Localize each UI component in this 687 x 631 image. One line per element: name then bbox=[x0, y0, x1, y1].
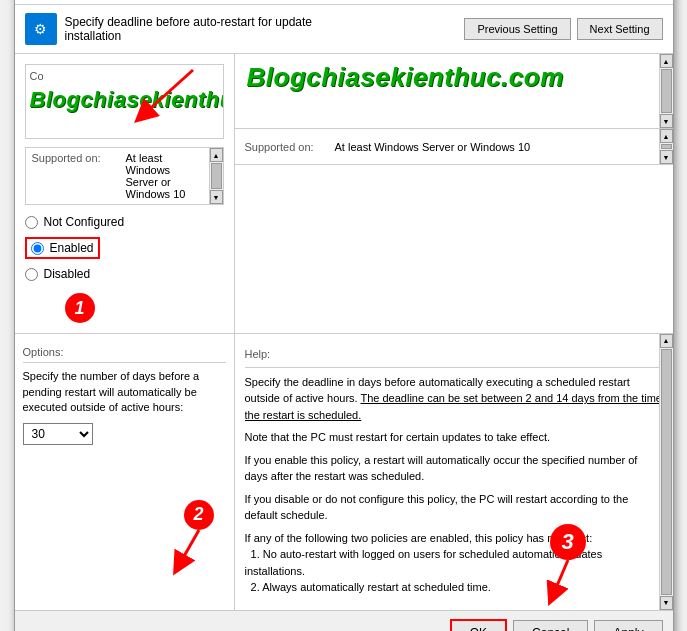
disabled-radio-item[interactable]: Disabled bbox=[25, 267, 224, 281]
help-text: Specify the deadline in days before auto… bbox=[245, 374, 663, 602]
enabled-label: Enabled bbox=[50, 241, 94, 255]
scroll-down-help[interactable]: ▼ bbox=[660, 596, 673, 610]
help-p2: Note that the PC must restart for certai… bbox=[245, 429, 663, 446]
not-configured-radio-item[interactable]: Not Configured bbox=[25, 215, 224, 229]
apply-button[interactable]: Apply bbox=[594, 620, 662, 631]
cancel-button[interactable]: Cancel bbox=[513, 620, 588, 631]
options-help-area: Options: Specify the number of days befo… bbox=[15, 333, 673, 610]
svg-line-1 bbox=[179, 530, 199, 565]
scroll-up3-btn[interactable]: ▲ bbox=[660, 129, 673, 143]
help-header: Help: bbox=[245, 342, 663, 368]
days-dropdown[interactable]: 2 3 5 7 10 14 30 bbox=[23, 423, 93, 445]
right-supported-row: Supported on: At least Windows Server or… bbox=[235, 129, 673, 165]
not-configured-label: Not Configured bbox=[44, 215, 125, 229]
help-column: Help: Specify the deadline in days befor… bbox=[235, 334, 673, 610]
scroll-up-help[interactable]: ▲ bbox=[660, 334, 673, 348]
scroll-down2-btn[interactable]: ▼ bbox=[660, 114, 673, 128]
scroll-thumb2 bbox=[661, 69, 672, 113]
disabled-radio[interactable] bbox=[25, 268, 38, 281]
help-p5: If any of the following two policies are… bbox=[245, 530, 663, 596]
footer: OK Cancel Apply bbox=[15, 610, 673, 631]
scrollbar-help: ▲ ▼ bbox=[659, 334, 673, 610]
annotation1-container: 1 bbox=[65, 293, 224, 323]
scroll-thumb bbox=[211, 163, 222, 189]
right-comment-area: Blogchiasekienthuc.com ▲ ▼ bbox=[235, 54, 673, 129]
scroll-up2-btn[interactable]: ▲ bbox=[660, 54, 673, 68]
right-panel: Blogchiasekienthuc.com ▲ ▼ Supported on:… bbox=[235, 54, 673, 333]
supported-row: Supported on: At least Windows Server or… bbox=[32, 152, 205, 200]
help-p3: If you enable this policy, a restart wil… bbox=[245, 452, 663, 485]
scrollbar-supported: ▲ ▼ bbox=[209, 148, 223, 204]
dropdown-row: 2 3 5 7 10 14 30 bbox=[23, 423, 226, 445]
not-configured-radio[interactable] bbox=[25, 216, 38, 229]
scroll-up-btn[interactable]: ▲ bbox=[210, 148, 223, 162]
scroll-down-btn[interactable]: ▼ bbox=[210, 190, 223, 204]
arrow2-svg bbox=[174, 530, 224, 570]
supported-section: Supported on: At least Windows Server or… bbox=[25, 147, 224, 205]
scrollbar-right-comment: ▲ ▼ bbox=[659, 54, 673, 128]
header-title: Specify deadline before auto-restart for… bbox=[65, 15, 365, 43]
radio-group: Not Configured Enabled Disabled bbox=[25, 215, 224, 281]
main-content: Co Blogchiasekienthuc.com bbox=[15, 54, 673, 333]
supported-label: Supported on: bbox=[32, 152, 122, 164]
enabled-radio-item[interactable]: Enabled bbox=[25, 237, 224, 259]
right-supported-value: At least Windows Server or Windows 10 bbox=[335, 141, 531, 153]
options-column: Options: Specify the number of days befo… bbox=[15, 334, 235, 610]
scroll-thumb-help bbox=[661, 349, 672, 595]
comment-label: Co bbox=[30, 70, 44, 82]
help-p1: Specify the deadline in days before auto… bbox=[245, 374, 663, 424]
right-supported-label: Supported on: bbox=[245, 141, 335, 153]
previous-setting-button[interactable]: Previous Setting bbox=[464, 18, 570, 40]
blog-name: Blogchiasekienthuc.com bbox=[30, 87, 224, 112]
options-header: Options: bbox=[23, 342, 226, 363]
help-p4: If you disable or do not configure this … bbox=[245, 491, 663, 524]
blog-name-right: Blogchiasekienthuc.com bbox=[235, 54, 673, 101]
annotation-1-badge: 1 bbox=[65, 293, 95, 323]
header-bar: ⚙ Specify deadline before auto-restart f… bbox=[15, 5, 673, 54]
header-left: ⚙ Specify deadline before auto-restart f… bbox=[25, 13, 465, 45]
blog-name-large: Blogchiasekienthuc.com bbox=[247, 62, 564, 92]
enabled-box: Enabled bbox=[25, 237, 100, 259]
supported-value: At least Windows Server or Windows 10 bbox=[126, 152, 205, 200]
header-icon: ⚙ bbox=[25, 13, 57, 45]
left-panel: Co Blogchiasekienthuc.com bbox=[15, 54, 235, 333]
options-description: Specify the number of days before a pend… bbox=[23, 369, 226, 415]
ok-button[interactable]: OK bbox=[450, 619, 507, 631]
scrollbar-right-supported: ▲ ▼ bbox=[659, 129, 673, 164]
blog-name-container: Blogchiasekienthuc.com bbox=[30, 87, 219, 113]
annotation-2-badge: 2 bbox=[184, 500, 214, 530]
comment-section: Co Blogchiasekienthuc.com bbox=[25, 64, 224, 139]
dialog-window: ⚙ Specify deadline before auto-restart f… bbox=[14, 0, 674, 631]
next-setting-button[interactable]: Next Setting bbox=[577, 18, 663, 40]
annotation2-container: 2 bbox=[174, 500, 224, 570]
header-buttons: Previous Setting Next Setting bbox=[464, 18, 662, 40]
scroll-down3-btn[interactable]: ▼ bbox=[660, 150, 673, 164]
disabled-label: Disabled bbox=[44, 267, 91, 281]
enabled-radio[interactable] bbox=[31, 242, 44, 255]
scroll-thumb3 bbox=[661, 144, 672, 149]
